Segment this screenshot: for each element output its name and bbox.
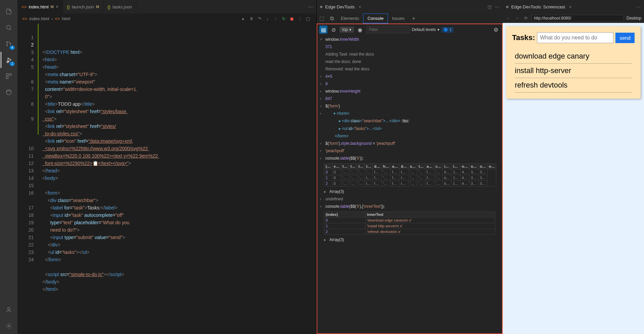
extensions-icon[interactable] [1, 68, 17, 84]
devtools-toolbar: ⬚ ⧉ Elements Console Issues + [317, 13, 503, 24]
task-input[interactable] [537, 32, 613, 43]
console-table-2: (index)innerText0'download edge canary\n… [324, 211, 495, 235]
explorer-icon[interactable] [1, 3, 17, 20]
url-bar: ← → ⟳ http://localhost:8080/ Desktop [503, 13, 644, 23]
editor-area: <>index.htmlM× {}launch.jsonM {}tasks.js… [17, 0, 316, 334]
inspect-element-icon[interactable]: ⬚ [317, 15, 327, 22]
debug-continue-icon[interactable]: ▸ [240, 15, 247, 22]
list-item[interactable]: install http-server [515, 64, 632, 78]
tab-index-html[interactable]: <>index.htmlM× [17, 0, 63, 13]
debug-console-icon[interactable]: ▢ [304, 15, 312, 22]
debug-pause-icon[interactable]: ⏸ [248, 15, 255, 22]
editor-tab-bar: <>index.htmlM× {}launch.jsonM {}tasks.js… [17, 0, 316, 13]
svg-point-9 [8, 307, 10, 310]
more-icon[interactable]: ⋯ [495, 4, 499, 9]
console-toolbar: ▤ ⊘ top ▾ ◉ Default levels ▾ 🔵 1 ⚙ [317, 24, 503, 35]
file-icon: <> [22, 16, 27, 21]
mode-label[interactable]: Desktop [627, 16, 641, 21]
debug-restart-icon[interactable]: ↻ [280, 15, 287, 22]
close-icon[interactable]: × [569, 4, 572, 9]
tab-tasks-json[interactable]: {}tasks.json [103, 0, 136, 13]
send-button[interactable] [615, 33, 635, 43]
svg-point-0 [6, 25, 10, 29]
debug-step-in-icon[interactable]: ↓ [264, 15, 271, 22]
nav-reload-icon[interactable]: ⟳ [523, 16, 529, 21]
searchbar: Tasks: [512, 32, 635, 43]
settings-gear-icon[interactable]: ⚙ [492, 26, 500, 34]
todo-app: Tasks: download edge canary install http… [506, 26, 641, 99]
screencast-panel: ≡ Edge DevTools: Screencast × ⋯ ← → ⟳ ht… [503, 0, 644, 334]
breadcrumb[interactable]: <> index.html › <> html ▸ ⏸ ↷ ↓ ↑ ↻ ◼ | … [17, 13, 316, 24]
devtools-panel: ≡ Edge DevTools × ◫ ⋯ ⬚ ⧉ Elements Conso… [316, 0, 503, 334]
issues-badge[interactable]: 🔵 1 [441, 27, 454, 33]
live-expression-icon[interactable]: ◉ [356, 26, 364, 34]
clear-console-icon[interactable]: ⊘ [329, 26, 337, 34]
add-tab-icon[interactable]: + [408, 15, 419, 22]
debug-stop-icon[interactable]: ◼ [288, 15, 295, 22]
svg-point-8 [6, 90, 11, 95]
settings-gear-icon[interactable] [1, 318, 17, 334]
svg-rect-7 [6, 77, 8, 79]
search-icon[interactable] [1, 20, 17, 36]
activity-bar: 4 1 [0, 0, 17, 334]
line-numbers: 123456789101112131415161718192021222324 [17, 24, 38, 334]
debug-step-out-icon[interactable]: ↑ [272, 15, 279, 22]
sidebar-toggle-icon[interactable]: ▤ [319, 26, 327, 34]
tab-launch-json[interactable]: {}launch.jsonM [63, 0, 104, 13]
svg-point-10 [8, 325, 10, 327]
tasks-list: download edge canary install http-server… [512, 49, 635, 93]
edge-icon[interactable] [1, 84, 17, 100]
tab-more-icon[interactable]: ⋯ [304, 4, 316, 10]
tab-elements[interactable]: Elements [337, 13, 363, 24]
close-icon[interactable]: × [359, 4, 361, 9]
svg-point-1 [6, 41, 7, 42]
devtools-title-bar: ≡ Edge DevTools × ◫ ⋯ [317, 0, 503, 13]
nav-forward-icon[interactable]: → [514, 16, 520, 21]
context-dropdown[interactable]: top ▾ [339, 27, 354, 33]
source-control-icon[interactable]: 4 [1, 36, 17, 52]
debug-icon[interactable]: 1 [1, 52, 17, 68]
close-icon[interactable]: × [56, 4, 59, 9]
more-icon[interactable]: ⋯ [636, 4, 641, 9]
screencast-title: Edge DevTools: Screencast [511, 4, 565, 9]
screencast-title-bar: ≡ Edge DevTools: Screencast × ⋯ [503, 0, 644, 13]
svg-rect-6 [9, 74, 11, 76]
split-icon[interactable]: ◫ [488, 4, 492, 9]
tasks-label: Tasks: [512, 33, 535, 42]
account-icon[interactable] [1, 302, 17, 318]
list-icon: ≡ [506, 4, 509, 9]
scm-badge: 4 [9, 45, 15, 50]
filter-input[interactable] [366, 26, 410, 33]
tab-issues[interactable]: Issues [388, 13, 409, 24]
svg-point-2 [6, 45, 7, 46]
list-item[interactable]: refresh devtools [515, 78, 632, 93]
debug-step-over-icon[interactable]: ↷ [256, 15, 263, 22]
devtools-title: Edge DevTools [325, 4, 355, 9]
svg-rect-5 [6, 74, 8, 76]
console-output[interactable]: ×window.window.innerWidthinnerWidth 371 … [317, 35, 503, 334]
debug-badge: 1 [9, 62, 15, 66]
device-toggle-icon[interactable]: ⧉ [327, 15, 337, 22]
list-icon: ≡ [320, 4, 323, 9]
breadcrumb-element: html [62, 16, 70, 21]
list-item[interactable]: download edge canary [515, 49, 632, 64]
console-table-1: (…v…t…t…l…t…d…h…a…d…s…t…a…c…i…i…o…o…o…o…… [324, 163, 496, 187]
tab-console[interactable]: Console [363, 13, 388, 24]
nav-back-icon[interactable]: ← [505, 16, 511, 21]
levels-dropdown[interactable]: Default levels ▾ [412, 27, 439, 32]
screencast-viewport[interactable]: Tasks: download edge canary install http… [503, 23, 644, 334]
code-editor[interactable]: 123456789101112131415161718192021222324 … [17, 24, 316, 334]
code-content[interactable]: <!DOCTYPE html> <html> <head> <meta char… [38, 24, 316, 334]
url-input[interactable]: http://localhost:8080/ [532, 15, 624, 22]
breadcrumb-file: index.html [29, 16, 49, 21]
element-icon: <> [55, 16, 60, 21]
svg-point-3 [10, 43, 11, 44]
